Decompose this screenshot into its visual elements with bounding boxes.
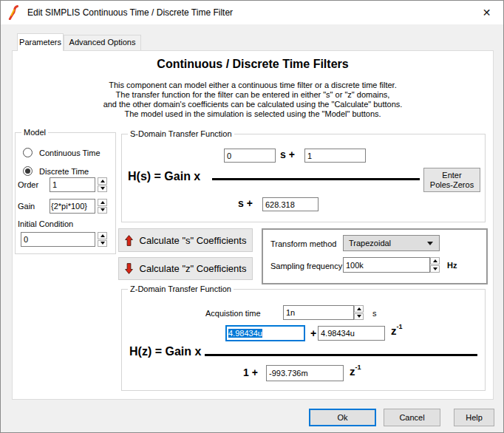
z-domain-group: Z-Domain Transfer Function Acquistion ti… — [121, 289, 486, 391]
z-numerator-b0-input[interactable]: 4.98434u — [225, 325, 305, 341]
sampling-frequency-input[interactable] — [343, 257, 430, 273]
s-domain-group-legend: S-Domain Transfer Function — [128, 129, 234, 138]
initial-condition-label: Initial Condition — [18, 219, 73, 228]
hz-unit-label: Hz — [447, 261, 457, 270]
transform-method-label: Transform method — [270, 239, 336, 248]
sampling-frequency-spinner[interactable] — [430, 257, 440, 273]
description-line: and the other domain's coefficients can … — [13, 100, 493, 109]
spinner-up-button[interactable] — [430, 257, 440, 265]
transform-settings-frame: Transform method Trapezoidal Sampling fr… — [262, 228, 488, 284]
initial-condition-spinner[interactable] — [98, 232, 107, 247]
spinner-up-button[interactable] — [354, 305, 364, 313]
spinner-down-icon — [101, 187, 105, 190]
initial-condition-input[interactable] — [21, 232, 95, 247]
radio-discrete-time[interactable] — [23, 166, 33, 176]
red-up-arrow-icon — [125, 235, 133, 246]
acquisition-time-spinner[interactable] — [354, 305, 364, 320]
order-label: Order — [18, 180, 38, 189]
calculate-z-coefficients-button[interactable]: Calculate "z" Coefficients — [118, 257, 253, 280]
red-down-arrow-icon — [125, 263, 133, 274]
z-inverse-term: z-1 — [350, 365, 361, 378]
dialog-window: Edit SIMPLIS Continuous Time / Discrete … — [0, 0, 504, 433]
spinner-up-icon — [101, 180, 105, 183]
order-spinner[interactable] — [98, 177, 107, 192]
radio-continuous-time[interactable] — [23, 148, 33, 157]
spinner-down-button[interactable] — [354, 313, 364, 321]
parameters-tab-page: Continuous / Discrete Time Filters This … — [12, 50, 494, 400]
seconds-unit-label: s — [372, 309, 377, 318]
page-title: Continuous / Discrete Time Filters — [13, 58, 493, 71]
simplis-logo-icon — [8, 5, 19, 20]
spinner-up-button[interactable] — [98, 199, 107, 206]
spinner-up-icon — [433, 259, 437, 262]
title-bar: Edit SIMPLIS Continuous Time / Discrete … — [1, 1, 503, 24]
selected-text: 4.98434u — [228, 329, 262, 338]
gain-spinner[interactable] — [98, 199, 107, 214]
close-icon[interactable]: ✕ — [470, 1, 503, 24]
s-domain-group: S-Domain Transfer Function s + H(s) = Ga… — [121, 134, 486, 222]
description-line: This component can model either a contin… — [13, 81, 493, 90]
z-numerator-b1-input[interactable] — [318, 326, 385, 341]
sampling-frequency-label: Sampling frequency — [270, 262, 342, 270]
order-input[interactable] — [50, 177, 95, 192]
ok-button[interactable]: Ok — [309, 409, 376, 426]
spinner-up-button[interactable] — [98, 232, 107, 239]
one-plus-operator: 1 + — [243, 366, 258, 378]
spinner-up-icon — [101, 201, 105, 204]
enter-poles-zeros-button[interactable]: Enter Poles-Zeros — [423, 168, 480, 192]
spinner-up-icon — [357, 307, 361, 310]
h-of-s-label: H(s) = Gain x — [128, 170, 200, 183]
z-fraction-bar — [205, 354, 477, 356]
spinner-down-button[interactable] — [98, 207, 107, 214]
model-group-legend: Model — [21, 128, 48, 137]
discrete-time-label[interactable]: Discrete Time — [39, 167, 89, 176]
s-plus-operator: s + — [238, 197, 253, 209]
spinner-down-button[interactable] — [98, 185, 107, 193]
description: This component can model either a contin… — [13, 81, 493, 119]
model-group: Model Continuous Time Discrete Time Orde… — [15, 132, 116, 254]
spinner-down-icon — [357, 315, 361, 318]
spinner-down-button[interactable] — [98, 240, 107, 248]
gain-input[interactable] — [50, 199, 95, 214]
tab-advanced-options[interactable]: Advanced Options — [64, 35, 141, 50]
spinner-down-icon — [101, 242, 105, 245]
spinner-up-button[interactable] — [98, 177, 107, 185]
z-domain-group-legend: Z-Domain Transfer Function — [128, 284, 234, 293]
s-fraction-bar — [212, 178, 420, 180]
calculate-s-coefficients-button[interactable]: Calculate "s" Coefficients — [118, 228, 253, 252]
help-button[interactable]: Help — [454, 409, 494, 426]
z-inverse-term: z-1 — [391, 324, 403, 337]
gain-label: Gain — [18, 202, 35, 211]
spinner-down-button[interactable] — [430, 265, 440, 273]
plus-operator: + — [310, 327, 316, 339]
spinner-down-icon — [101, 208, 105, 211]
dropdown-caret-icon — [427, 242, 433, 245]
acquisition-time-input[interactable] — [283, 305, 354, 320]
description-line: The transfer function for the filter can… — [13, 90, 493, 100]
h-of-z-label: H(z) = Gain x — [129, 345, 201, 358]
spinner-up-icon — [101, 234, 105, 237]
continuous-time-label[interactable]: Continuous Time — [39, 149, 101, 157]
cancel-button[interactable]: Cancel — [384, 409, 440, 426]
tab-parameters[interactable]: Parameters — [17, 33, 64, 51]
s-numerator-b1-input[interactable] — [224, 149, 276, 163]
spinner-down-icon — [433, 267, 437, 270]
window-title: Edit SIMPLIS Continuous Time / Discrete … — [27, 7, 233, 18]
acquisition-time-label: Acquistion time — [205, 309, 261, 318]
transform-method-select[interactable]: Trapezoidal — [343, 235, 440, 251]
s-numerator-b0-input[interactable] — [304, 149, 366, 163]
s-plus-operator: s + — [280, 149, 295, 160]
z-denominator-a1-input[interactable] — [266, 365, 344, 381]
description-line: The model used in the simulation is sele… — [13, 109, 493, 119]
s-denominator-a0-input[interactable] — [262, 197, 319, 211]
